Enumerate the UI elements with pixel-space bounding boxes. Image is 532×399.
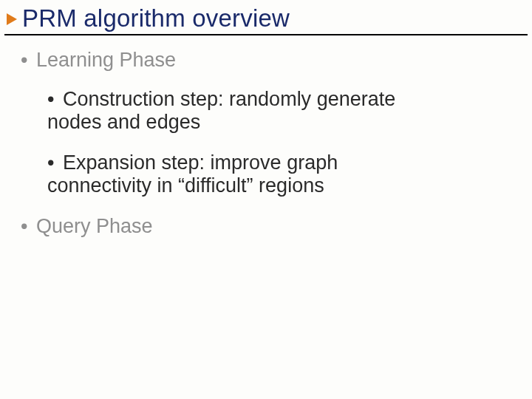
bullet-text: Query Phase — [36, 215, 153, 237]
play-arrow-icon — [6, 13, 18, 26]
slide-body: • Learning Phase • Construction step: ra… — [0, 35, 532, 238]
bullet-query-phase: • Query Phase — [21, 215, 502, 238]
slide: PRM algorithm overview • Learning Phase … — [0, 0, 532, 399]
bullet-dot-icon: • — [47, 151, 54, 174]
bullet-learning-phase: • Learning Phase — [21, 49, 502, 72]
title-row: PRM algorithm overview — [0, 0, 532, 32]
slide-title: PRM algorithm overview — [22, 6, 290, 32]
bullet-text: Expansion step: improve graph connectivi… — [47, 151, 338, 197]
bullet-text: Learning Phase — [36, 49, 176, 71]
bullet-construction-step: • Construction step: randomly generate n… — [47, 88, 417, 134]
svg-marker-0 — [7, 13, 17, 25]
bullet-text: Construction step: randomly generate nod… — [47, 88, 395, 133]
bullet-dot-icon: • — [21, 215, 27, 237]
bullet-expansion-step: • Expansion step: improve graph connecti… — [47, 151, 417, 197]
bullet-dot-icon: • — [47, 88, 54, 110]
bullet-dot-icon: • — [21, 49, 27, 71]
